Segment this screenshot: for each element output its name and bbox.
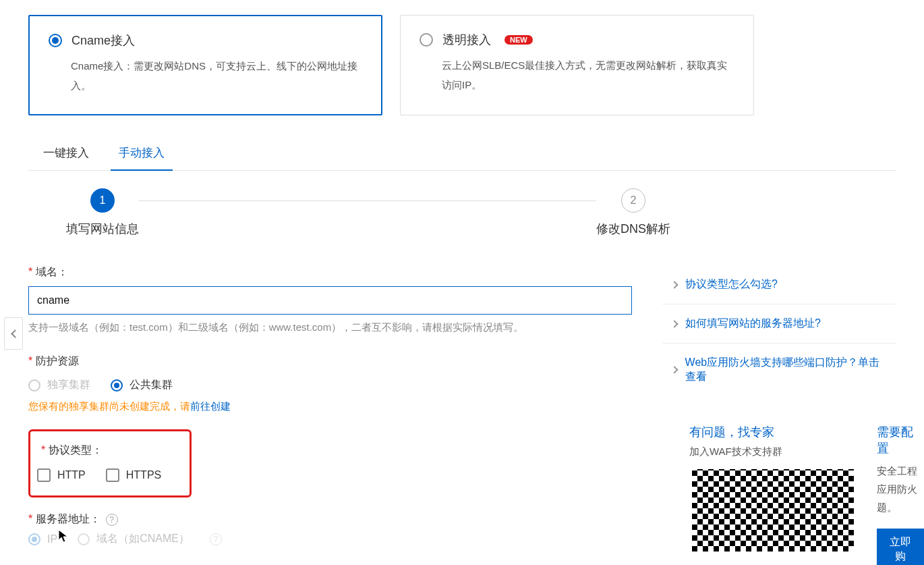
checkbox-https[interactable]: HTTPS: [106, 468, 161, 482]
buy-now-button[interactable]: 立即购: [877, 529, 924, 565]
need-line-3: 题。: [877, 498, 924, 516]
domain-input[interactable]: [28, 286, 632, 315]
help-link-server[interactable]: 如何填写网站的服务器地址?: [662, 304, 896, 343]
radio-selected-icon: [111, 379, 123, 392]
info-icon[interactable]: ?: [210, 533, 222, 545]
info-icon[interactable]: ?: [106, 514, 118, 526]
chevron-right-icon: [670, 366, 678, 373]
radio-server-cname[interactable]: 域名（如CNAME）: [78, 532, 190, 546]
server-label: 服务器地址：: [28, 512, 100, 527]
domain-hint: 支持一级域名（例如：test.com）和二级域名（例如：www.test.com…: [28, 321, 662, 334]
protocol-highlight-box: 协议类型： HTTP HTTPS: [28, 429, 192, 497]
expert-subtitle: 加入WAF技术支持群: [689, 446, 857, 458]
mode-cname-title: Cname接入: [71, 32, 135, 49]
help-link-ports-label: Web应用防火墙支持哪些端口防护？单击查看: [685, 356, 886, 384]
step-1-circle: 1: [90, 188, 115, 213]
tab-manual[interactable]: 手动接入: [104, 137, 179, 170]
new-badge: NEW: [504, 35, 533, 45]
access-mode-cards: Cname接入 Cname接入：需更改网站DNS，可支持云上、线下的公网地址接入…: [28, 15, 896, 115]
help-link-ports[interactable]: Web应用防火墙支持哪些端口防护？单击查看: [662, 344, 896, 396]
radio-selected-icon: [28, 533, 40, 545]
step-2-title: 修改DNS解析: [596, 221, 670, 237]
need-line-1: 安全工程: [877, 462, 924, 480]
checkbox-https-label: HTTPS: [126, 469, 161, 481]
mode-card-cname[interactable]: Cname接入 Cname接入：需更改网站DNS，可支持云上、线下的公网地址接入…: [28, 15, 382, 115]
checkbox-unchecked-icon: [106, 468, 119, 482]
step-connector: [139, 200, 596, 201]
need-title: 需要配置: [877, 424, 924, 456]
mode-transparent-title: 透明接入: [442, 32, 491, 48]
radio-public-label: 公共集群: [129, 378, 173, 392]
help-link-server-label: 如何填写网站的服务器地址?: [685, 317, 821, 331]
collapse-left-button[interactable]: [4, 317, 23, 350]
create-cluster-link[interactable]: 前往创建: [190, 400, 231, 412]
radio-unselected-icon: [420, 33, 433, 47]
resource-label: 防护资源: [28, 354, 662, 369]
radio-cname-label: 域名（如CNAME）: [96, 532, 190, 546]
mode-card-transparent[interactable]: 透明接入 NEW 云上公网SLB/ECS最佳接入方式，无需更改网站解析，获取真实…: [400, 15, 754, 115]
qr-code-icon: [689, 466, 857, 554]
radio-server-ip[interactable]: IP: [28, 533, 57, 545]
chevron-left-icon: [11, 329, 20, 338]
private-cluster-warning: 您保有的独享集群尚未创建完成，请前往创建: [28, 400, 662, 413]
step-1: 1 填写网站信息: [66, 188, 139, 237]
radio-disabled-icon: [28, 379, 40, 392]
checkbox-http[interactable]: HTTP: [37, 468, 86, 482]
step-2-circle: 2: [621, 188, 645, 213]
mode-cname-desc: Cname接入：需更改网站DNS，可支持云上、线下的公网地址接入。: [71, 57, 362, 95]
expert-panel: 有问题，找专家 加入WAF技术支持群: [689, 424, 857, 565]
radio-selected-icon: [49, 34, 62, 47]
checkbox-http-label: HTTP: [57, 469, 86, 481]
step-1-title: 填写网站信息: [66, 221, 139, 237]
help-link-protocol[interactable]: 协议类型怎么勾选?: [662, 265, 896, 304]
checkbox-unchecked-icon: [37, 468, 51, 482]
access-tabs: 一键接入 手动接入: [28, 137, 896, 171]
expert-title: 有问题，找专家: [689, 424, 857, 440]
tab-auto[interactable]: 一键接入: [28, 137, 104, 170]
mode-transparent-desc: 云上公网SLB/ECS最佳接入方式，无需更改网站解析，获取真实访问IP。: [442, 56, 734, 95]
need-config-panel: 需要配置 安全工程 应用防火 题。 立即购: [877, 424, 924, 565]
chevron-right-icon: [670, 320, 678, 327]
help-link-protocol-label: 协议类型怎么勾选?: [685, 277, 778, 292]
radio-ip-label: IP: [47, 533, 57, 545]
protocol-label: 协议类型：: [41, 443, 175, 458]
radio-private-label: 独享集群: [47, 378, 90, 392]
need-line-2: 应用防火: [877, 480, 924, 498]
radio-private-cluster: 独享集群: [28, 378, 90, 392]
radio-unselected-icon: [78, 533, 90, 545]
radio-public-cluster[interactable]: 公共集群: [111, 378, 173, 392]
chevron-right-icon: [670, 281, 678, 288]
step-2: 2 修改DNS解析: [596, 188, 670, 237]
domain-label: 域名：: [28, 265, 662, 279]
help-links: 协议类型怎么勾选? 如何填写网站的服务器地址? Web应用防火墙支持哪些端口防护…: [662, 265, 896, 396]
